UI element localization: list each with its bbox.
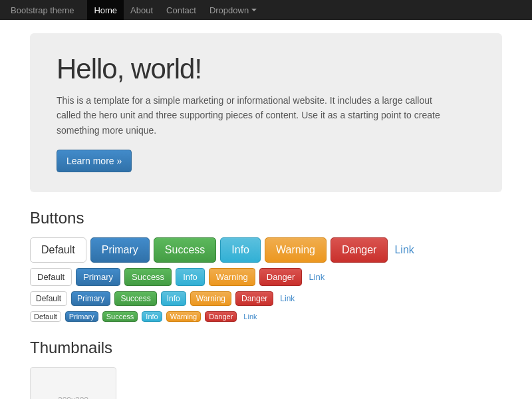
- btn-warning-lg[interactable]: Warning: [265, 237, 327, 263]
- btn-link-lg[interactable]: Link: [392, 238, 416, 262]
- btn-info-xs[interactable]: Info: [142, 311, 162, 322]
- btn-danger-sm[interactable]: Danger: [235, 291, 273, 306]
- btn-primary-xs[interactable]: Primary: [65, 311, 98, 322]
- btn-info-md[interactable]: Info: [176, 268, 205, 286]
- button-row-xs: Default Primary Success Info Warning Dan…: [30, 311, 502, 322]
- btn-warning-md[interactable]: Warning: [209, 268, 255, 286]
- buttons-section-title: Buttons: [30, 209, 502, 227]
- button-row-sm: Default Primary Success Info Warning Dan…: [30, 291, 502, 306]
- navbar-brand[interactable]: Bootstrap theme: [11, 5, 74, 15]
- btn-danger-lg[interactable]: Danger: [331, 237, 388, 263]
- btn-default-md[interactable]: Default: [30, 268, 72, 286]
- btn-primary-sm[interactable]: Primary: [71, 291, 110, 306]
- btn-warning-sm[interactable]: Warning: [190, 291, 231, 306]
- learn-more-button[interactable]: Learn more »: [57, 150, 132, 172]
- buttons-section: Buttons Default Primary Success Info War…: [30, 209, 502, 322]
- btn-link-xs[interactable]: Link: [241, 312, 259, 321]
- dropdown-caret-icon: [251, 9, 257, 11]
- dropdown-label: Dropdown: [209, 5, 257, 15]
- hero-unit: Hello, world! This is a template for a s…: [30, 33, 502, 192]
- btn-primary-lg[interactable]: Primary: [90, 237, 150, 263]
- btn-link-md[interactable]: Link: [306, 269, 327, 285]
- nav-item-home[interactable]: Home: [87, 0, 124, 20]
- thumbnails-section-title: Thumbnails: [30, 338, 502, 357]
- btn-default-sm[interactable]: Default: [30, 291, 67, 306]
- main-container: Hello, world! This is a template for a s…: [20, 20, 512, 399]
- thumbnail-item[interactable]: 200x200: [30, 367, 116, 399]
- button-row-md: Default Primary Success Info Warning Dan…: [30, 268, 502, 286]
- nav-item-about[interactable]: About: [124, 0, 160, 20]
- btn-link-sm[interactable]: Link: [277, 292, 297, 305]
- btn-success-xs[interactable]: Success: [102, 311, 138, 322]
- btn-default-xs[interactable]: Default: [30, 311, 61, 322]
- hero-title: Hello, world!: [57, 53, 475, 85]
- btn-success-lg[interactable]: Success: [154, 237, 216, 263]
- btn-default-lg[interactable]: Default: [30, 237, 86, 263]
- btn-info-sm[interactable]: Info: [161, 291, 186, 306]
- thumbnails-section: Thumbnails 200x200: [30, 338, 502, 399]
- btn-success-sm[interactable]: Success: [114, 291, 156, 306]
- nav-item-contact[interactable]: Contact: [160, 0, 203, 20]
- btn-success-md[interactable]: Success: [124, 268, 172, 286]
- btn-danger-xs[interactable]: Danger: [205, 311, 237, 322]
- btn-info-lg[interactable]: Info: [220, 237, 261, 263]
- navbar: Bootstrap theme Home About Contact Dropd…: [0, 0, 532, 20]
- thumbnail-label: 200x200: [58, 396, 88, 399]
- btn-warning-xs[interactable]: Warning: [166, 311, 201, 322]
- button-row-lg: Default Primary Success Info Warning Dan…: [30, 237, 502, 263]
- nav-item-dropdown[interactable]: Dropdown: [203, 0, 263, 20]
- hero-description: This is a template for a simple marketin…: [57, 93, 456, 138]
- btn-danger-md[interactable]: Danger: [259, 268, 303, 286]
- nav-items: Home About Contact Dropdown: [87, 0, 263, 20]
- btn-primary-md[interactable]: Primary: [76, 268, 120, 286]
